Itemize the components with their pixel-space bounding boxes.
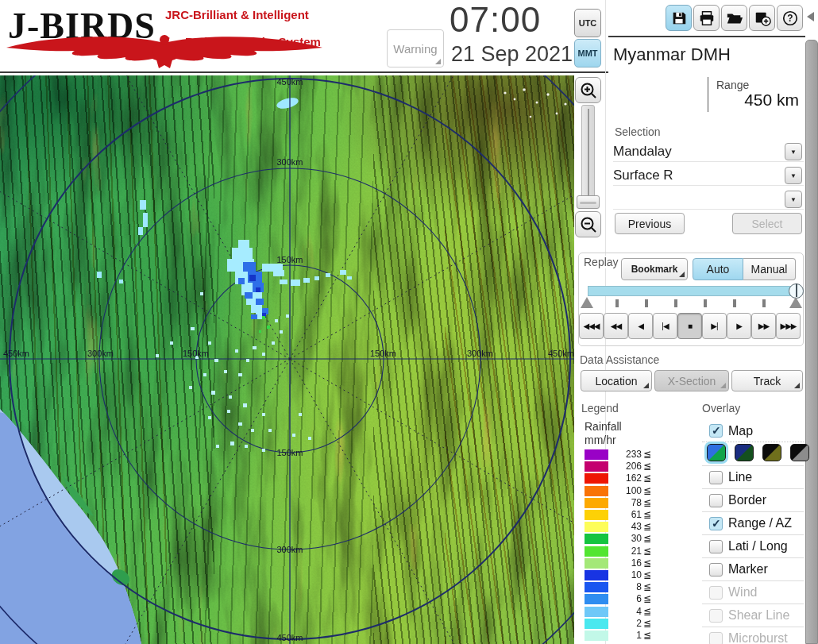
- xsection-button[interactable]: X-Section: [654, 370, 729, 391]
- legend-operator: ≦: [643, 582, 651, 592]
- clock-date: 21 Sep 2021: [451, 42, 573, 67]
- microburst-checkbox: [709, 632, 723, 644]
- map-zoom-out-button[interactable]: [575, 211, 601, 237]
- overlay-item-lati-long[interactable]: Lati / Long: [702, 534, 804, 557]
- legend-color-swatch: [585, 498, 608, 508]
- radar-map[interactable]: 450km 300km 150km 150km 300km 450km 450k…: [0, 75, 574, 644]
- utc-button[interactable]: UTC: [574, 9, 601, 37]
- location-button[interactable]: Location: [581, 370, 652, 391]
- product-dropdown-arrow-icon[interactable]: ▼: [785, 167, 802, 184]
- legend-color-swatch: [585, 534, 608, 544]
- map-zoom-slider-thumb[interactable]: [577, 195, 600, 209]
- legend-row: 1≦: [585, 631, 656, 641]
- extra-dropdown[interactable]: [613, 189, 804, 210]
- print-icon: [698, 10, 716, 27]
- track-button[interactable]: Track: [731, 370, 803, 391]
- legend-row: 78≦: [585, 498, 656, 508]
- site-name: Myanmar DMH: [613, 44, 731, 65]
- marker-checkbox[interactable]: [709, 563, 723, 577]
- map-checkbox[interactable]: [709, 424, 723, 438]
- site-dropdown-value: Mandalay: [613, 144, 672, 160]
- legend-row: 61≦: [585, 510, 656, 520]
- site-dropdown-arrow-icon[interactable]: ▼: [785, 143, 802, 160]
- playback-rewind-button[interactable]: ◀◀: [604, 313, 628, 339]
- legend-operator: ≦: [643, 546, 651, 557]
- previous-button[interactable]: Previous: [615, 213, 685, 234]
- range-az-checkbox[interactable]: [709, 517, 723, 530]
- legend-row: 4≦: [585, 607, 656, 617]
- legend-color-swatch: [585, 449, 608, 460]
- playback-forward-button[interactable]: ▶▶: [751, 313, 776, 339]
- map-zoom-slider-track[interactable]: [581, 105, 595, 205]
- legend-color-swatch: [585, 486, 608, 496]
- overlay-item-border[interactable]: Border: [702, 488, 804, 511]
- border-checkbox[interactable]: [709, 494, 723, 507]
- warning-button[interactable]: Warning: [387, 29, 444, 67]
- product-dropdown-value: Surface R: [613, 168, 673, 183]
- range-label: Range: [716, 79, 749, 91]
- replay-range-end-marker[interactable]: [789, 297, 802, 308]
- product-dropdown[interactable]: Surface R: [613, 165, 804, 186]
- bookmark-menu-corner-icon: [679, 272, 685, 277]
- playback-play-button[interactable]: ▶: [727, 313, 751, 339]
- legend-row: 6≦: [585, 594, 656, 604]
- legend-label: Legend: [581, 402, 619, 415]
- save-button[interactable]: [666, 5, 692, 31]
- bookmark-button[interactable]: Bookmark: [621, 258, 688, 280]
- track-button-label: Track: [754, 375, 781, 388]
- map-zoom-in-button[interactable]: [575, 77, 601, 103]
- legend-operator: ≦: [643, 558, 651, 569]
- replay-range-start-marker[interactable]: [581, 297, 593, 308]
- legend-value: 162: [610, 473, 642, 484]
- open-folder-button[interactable]: [721, 5, 747, 31]
- auto-button[interactable]: Auto: [693, 258, 743, 280]
- map-style-swatch-4[interactable]: [790, 444, 809, 461]
- playback-fast-rewind-button[interactable]: ◀◀◀: [579, 313, 604, 339]
- auto-button-label: Auto: [707, 263, 730, 276]
- help-button[interactable]: ?: [777, 5, 803, 31]
- mmt-button-label: MMT: [577, 48, 597, 58]
- slider-tick: [762, 299, 766, 307]
- overlay-item-label: Range / AZ: [728, 516, 792, 530]
- collapse-panel-arrow-icon[interactable]: [807, 12, 814, 21]
- map-style-swatch-3[interactable]: [762, 444, 781, 461]
- legend-operator: ≦: [643, 461, 651, 472]
- legend-value: 43: [610, 522, 642, 532]
- overlay-item-wind: Wind: [702, 580, 804, 604]
- manual-button[interactable]: Manual: [743, 258, 796, 280]
- ring-label: 300km: [87, 349, 114, 358]
- playback-play-reverse-button[interactable]: ◀: [628, 313, 653, 339]
- map-style-swatch-1[interactable]: [707, 444, 726, 461]
- overlay-item-map[interactable]: Map: [702, 419, 804, 442]
- mmt-button[interactable]: MMT: [574, 39, 601, 67]
- legend-value: 78: [610, 498, 642, 508]
- overlay-item-line[interactable]: Line: [702, 465, 804, 488]
- site-dropdown[interactable]: Mandalay: [613, 141, 804, 162]
- overlay-item-marker[interactable]: Marker: [702, 557, 804, 580]
- jbirds-window: J-BIRDS JRC-Brilliant & Intelligent Rada…: [0, 0, 818, 644]
- playback-step-forward-button[interactable]: ▶|: [702, 313, 727, 339]
- ring-label: 150km: [276, 255, 303, 264]
- lati-long-checkbox[interactable]: [709, 540, 723, 553]
- help-icon: ?: [781, 10, 799, 27]
- map-style-swatch-2[interactable]: [735, 444, 754, 461]
- select-button-label: Select: [752, 218, 783, 230]
- playback-step-back-button[interactable]: |◀: [653, 313, 677, 339]
- select-button[interactable]: Select: [732, 213, 802, 234]
- playback-stop-button[interactable]: ■: [677, 313, 702, 339]
- print-button[interactable]: [693, 5, 720, 31]
- legend-row: 233≦: [585, 449, 656, 460]
- extra-dropdown-arrow-icon[interactable]: ▼: [785, 191, 802, 208]
- slider-tick: [674, 299, 677, 307]
- export-image-button[interactable]: [749, 5, 775, 31]
- legend-operator: ≦: [643, 619, 651, 629]
- overlay-item-range-az[interactable]: Range / AZ: [702, 511, 804, 534]
- panel-edge-strip[interactable]: [805, 40, 818, 644]
- legend-row: 16≦: [585, 558, 656, 569]
- zoom-in-icon: [579, 81, 598, 100]
- legend-value: 10: [610, 570, 642, 580]
- line-checkbox[interactable]: [709, 471, 723, 484]
- legend-row: 10≦: [585, 570, 656, 580]
- replay-time-slider-track[interactable]: [588, 286, 796, 296]
- playback-fast-forward-button[interactable]: ▶▶▶: [776, 313, 801, 339]
